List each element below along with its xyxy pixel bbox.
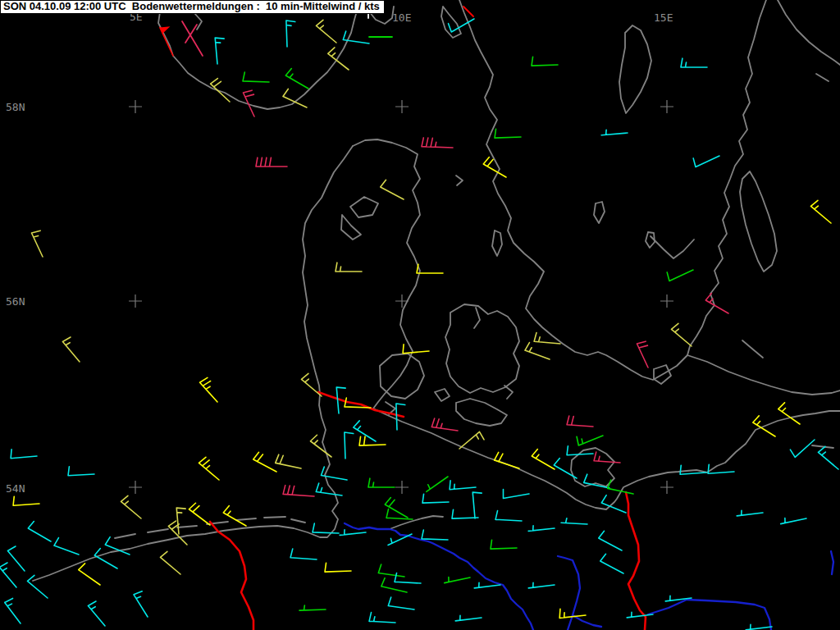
wind-barb	[601, 130, 628, 135]
barb-shaft	[381, 180, 404, 199]
wind-barb	[7, 546, 25, 571]
wind-barb	[491, 540, 517, 549]
coastline	[236, 518, 256, 520]
wind-barb	[11, 450, 37, 459]
wind-barb	[417, 264, 443, 273]
wind-barb	[577, 436, 603, 445]
graticule-cross	[660, 294, 673, 308]
wind-barb	[243, 72, 269, 82]
barb-shaft	[340, 530, 366, 536]
wind-barb	[134, 591, 148, 617]
wind-barb	[472, 492, 482, 518]
wind-barb	[449, 19, 474, 32]
wind-barb	[283, 89, 307, 107]
wind-barb	[600, 554, 623, 573]
wind-barb	[290, 549, 317, 559]
graticule-label: 58N	[6, 101, 25, 113]
weather-map-stage: 5E10E15E58N56N54N SON 04.10.09 12:00 UTC…	[0, 0, 840, 630]
barb-shaft	[778, 403, 800, 424]
barb-shaft	[381, 578, 407, 592]
barb-shaft	[567, 416, 593, 427]
title-text: SON 04.10.09 12:00 UTC Bodenwettermeldun…	[3, 0, 380, 12]
wind-barb	[88, 601, 105, 626]
graticule-label: 56N	[6, 295, 25, 308]
coastline	[291, 519, 305, 523]
barb-shaft	[810, 200, 831, 223]
wind-barb	[637, 341, 648, 368]
wind-barb	[285, 69, 308, 89]
wind-barb	[532, 450, 555, 469]
barb-shaft	[285, 69, 308, 89]
barb-shaft	[386, 509, 413, 519]
barb-shaft	[211, 79, 230, 102]
wind-barb	[28, 522, 51, 541]
wind-barb	[810, 200, 831, 223]
wind-barb	[671, 323, 692, 346]
barb-shaft	[243, 72, 269, 82]
wind-barb	[781, 518, 806, 524]
barb-shaft	[388, 597, 414, 609]
barb-shaft	[417, 264, 443, 273]
wind-barb	[283, 486, 314, 496]
wind-barb	[340, 530, 366, 536]
barb-shaft	[290, 549, 317, 559]
barb-shaft	[671, 323, 692, 346]
wind-barb	[567, 446, 593, 455]
barb-shaft	[276, 454, 301, 468]
wind-barb	[427, 477, 448, 491]
wind-barb	[422, 530, 448, 540]
barb-shaft	[62, 337, 80, 362]
wind-barb	[160, 551, 180, 574]
barb-shaft	[781, 518, 806, 524]
barb-shaft	[325, 563, 351, 572]
barb-shaft	[223, 506, 246, 526]
wind-barb	[299, 605, 326, 610]
wind-barb	[495, 129, 521, 138]
river	[558, 556, 580, 630]
barb-shaft	[336, 262, 362, 272]
barb-shaft	[200, 377, 217, 402]
barb-shaft	[601, 130, 628, 135]
wind-barb	[385, 498, 408, 518]
wind-barb	[778, 403, 800, 424]
barb-shaft	[316, 20, 336, 43]
coastline	[115, 534, 135, 538]
graticule-cross	[395, 100, 409, 113]
barb-shaft	[79, 564, 100, 585]
wind-barb	[381, 578, 407, 592]
wind-barb	[746, 624, 772, 630]
barb-shaft	[599, 531, 622, 550]
coastline	[456, 176, 463, 185]
barb-shaft	[503, 490, 529, 499]
barb-shaft	[577, 436, 603, 445]
wind-barb	[54, 538, 79, 555]
wind-barb	[818, 446, 838, 469]
coastline	[812, 445, 833, 448]
barb-shaft	[818, 446, 838, 469]
river	[831, 551, 833, 574]
coastline	[350, 197, 378, 217]
wind-barb	[200, 377, 217, 402]
barb-shaft	[88, 601, 105, 626]
barb-shaft	[637, 341, 648, 368]
wind-barb	[528, 582, 555, 588]
barb-shaft	[256, 158, 287, 167]
wind-barb	[256, 158, 287, 167]
barb-shaft	[253, 452, 276, 472]
barb-shaft	[567, 446, 593, 455]
barb-shaft	[199, 457, 219, 480]
barb-shaft	[160, 551, 180, 574]
wind-barb	[386, 509, 413, 519]
wind-barb	[395, 573, 421, 583]
barb-shaft	[561, 518, 587, 524]
wind-barb	[13, 496, 39, 505]
wind-barb	[215, 38, 224, 64]
barb-shaft	[693, 156, 719, 167]
graticule-cross	[129, 100, 142, 113]
wind-barb	[567, 416, 593, 427]
wind-barb	[5, 598, 21, 623]
wind-barb	[253, 452, 276, 472]
wind-barb	[503, 490, 529, 499]
wind-barb	[737, 510, 763, 516]
wind-barb	[455, 615, 482, 621]
